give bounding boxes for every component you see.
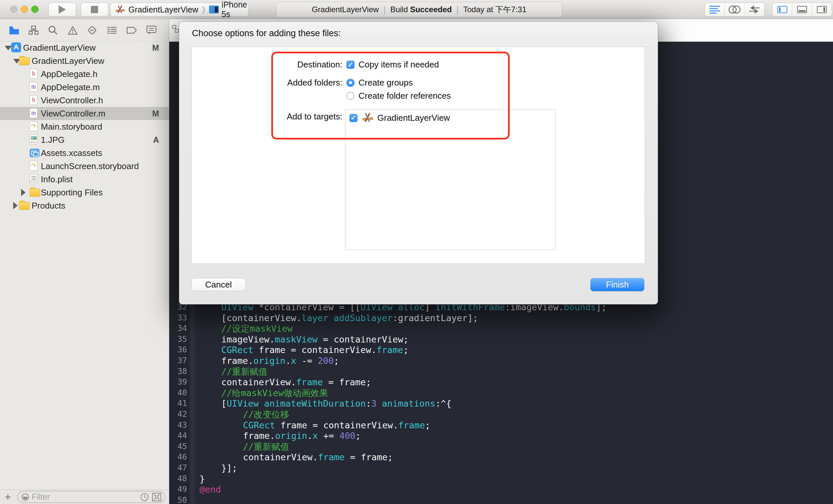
tree-item-launchscreen-storyboard[interactable]: ↷LaunchScreen.storyboard [0,159,169,173]
tree-item-appdelegate-m[interactable]: mAppDelegate.m [0,81,169,94]
line-number: 43 [169,420,187,431]
source-control-status-icon[interactable] [152,493,161,501]
navigator-tab-breakpoints[interactable] [126,25,137,36]
targets-list[interactable]: ✓GradientLayerView [345,109,556,250]
code-line-45[interactable]: 45//重新赋值 [169,441,833,452]
chevron-right-icon: 〉 [202,5,205,15]
filter-input[interactable]: Filter [17,491,165,503]
storyboard-icon: ↷ [30,161,38,171]
tree-item-supporting-files[interactable]: Supporting Files [0,186,169,199]
tree-item-1-jpg[interactable]: JPEG1.JPGA [0,133,169,146]
navigator-tab-issues[interactable] [67,25,78,36]
navigator-filter-bar: + Filter [0,489,169,504]
code-line-50[interactable]: 50 [169,495,833,504]
debug-panel-button[interactable] [792,3,812,16]
search-navigator-icon [48,26,57,35]
disclosure-down-icon[interactable] [5,46,12,50]
cancel-button[interactable]: Cancel [191,278,246,291]
activity-status-bar: GradientLayerView | Build Succeeded | To… [276,2,562,17]
navigator-tab-search[interactable] [47,25,58,36]
standard-editor-button[interactable] [705,3,725,16]
code-line-39[interactable]: 39containerView.frame = frame; [169,377,833,387]
tree-item-assets-xcassets[interactable]: Assets.xcassets [0,146,169,159]
tree-item-viewcontroller-h[interactable]: hViewController.h [0,94,169,107]
close-window-icon[interactable] [10,6,18,13]
stop-button[interactable] [81,3,108,17]
status-build-result: Succeeded [410,5,452,14]
line-number: 46 [169,452,187,462]
tree-item-label: Info.plist [41,174,73,184]
code-line-38[interactable]: 38//重新赋值 [169,366,833,377]
assistant-editor-button[interactable] [725,3,744,16]
line-number: 39 [169,377,187,387]
radio-create-folder-references[interactable] [347,92,355,100]
navigator-tab-project-selected[interactable] [8,25,20,36]
line-number: 34 [169,323,187,334]
tree-item-gradientlayerview[interactable]: GradientLayerView [0,54,169,68]
target-row-gradientlayerview[interactable]: ✓GradientLayerView [346,110,555,126]
utilities-panel-button[interactable] [812,3,832,16]
tree-item-products[interactable]: Products [0,199,169,212]
navigator-panel-button[interactable] [772,3,792,16]
tree-item-viewcontroller-m[interactable]: mViewController.mM [0,107,169,120]
project-navigator: GradientLayerViewMGradientLayerViewhAppD… [0,42,169,489]
navigator-tab-reports[interactable] [146,25,157,36]
tree-item-label: AppDelegate.h [41,69,97,79]
disclosure-right-icon[interactable] [21,189,26,196]
zoom-window-icon[interactable] [31,6,39,13]
finish-button[interactable]: Finish [590,278,644,291]
code-text: } [199,473,205,484]
code-text: imageView.maskView = containerView; [221,334,409,345]
navigator-tab-debug[interactable] [106,25,118,36]
code-text: //设定maskView [221,323,293,334]
code-line-46[interactable]: 46containerView.frame = frame; [169,452,833,462]
minimize-window-icon[interactable] [21,6,28,13]
add-to-targets-label: Add to targets: [244,111,342,122]
add-item-icon[interactable]: + [5,490,11,503]
code-line-44[interactable]: 44frame.origin.x += 400; [169,430,833,441]
copy-items-checkbox[interactable]: ✓ [347,60,355,69]
code-line-40[interactable]: 40//给maskView做动画效果 [169,387,833,398]
tree-item-info-plist[interactable]: PLISTInfo.plist [0,173,169,186]
code-text: //给maskView做动画效果 [221,387,328,398]
issues-navigator-icon [68,26,78,35]
code-line-42[interactable]: 42//改变位移 [169,409,833,420]
navigator-tab-tests[interactable] [87,25,98,36]
code-line-33[interactable]: 33[containerView.layer addSublayer:gradi… [169,312,833,323]
scheme-selector[interactable]: GradientLayerView 〉 iPhone 5s [110,3,248,17]
code-text: CGRect frame = containerView.frame; [243,420,430,431]
radio-create-groups-selected[interactable] [347,79,355,87]
device-icon [209,6,219,14]
play-icon [58,5,66,14]
code-line-34[interactable]: 34//设定maskView [169,323,833,334]
navigator-tab-symbols[interactable] [28,25,39,36]
status-time: Today at 下午7:31 [463,4,526,15]
target-checkbox[interactable]: ✓ [349,114,358,122]
code-line-37[interactable]: 37frame.origin.x -= 200; [169,355,833,366]
filter-icon [22,494,29,501]
disclosure-right-icon[interactable] [13,202,18,209]
tree-item-label: GradientLayerView [31,56,104,66]
code-line-41[interactable]: 41[UIView animateWithDuration:3 animatio… [169,398,833,409]
tree-item-label: ViewController.h [41,95,103,106]
tree-item-main-storyboard[interactable]: ↷Main.storyboard [0,120,169,133]
code-text: }]; [221,462,237,473]
recent-files-clock-icon[interactable] [140,493,149,501]
code-line-48[interactable]: 48} [169,473,833,484]
tree-item-gradientlayerview[interactable]: GradientLayerViewM [0,42,169,54]
version-editor-button[interactable] [744,3,764,16]
tree-item-label: Assets.xcassets [41,148,102,158]
line-number: 44 [169,430,187,441]
code-line-43[interactable]: 43CGRect frame = containerView.frame; [169,420,833,431]
code-line-36[interactable]: 36CGRect frame = containerView.frame; [169,345,833,355]
tree-item-appdelegate-h[interactable]: hAppDelegate.h [0,68,169,81]
version-editor-icon [748,5,760,14]
utilities-panel-icon [817,6,827,13]
file-m-icon: m [30,108,38,118]
code-line-47[interactable]: 47}]; [169,462,833,473]
code-line-49[interactable]: 49@end [169,484,833,495]
run-button[interactable] [48,3,76,17]
destination-label: Destination: [244,59,342,70]
code-line-35[interactable]: 35imageView.maskView = containerView; [169,334,833,345]
line-number: 47 [169,462,187,473]
